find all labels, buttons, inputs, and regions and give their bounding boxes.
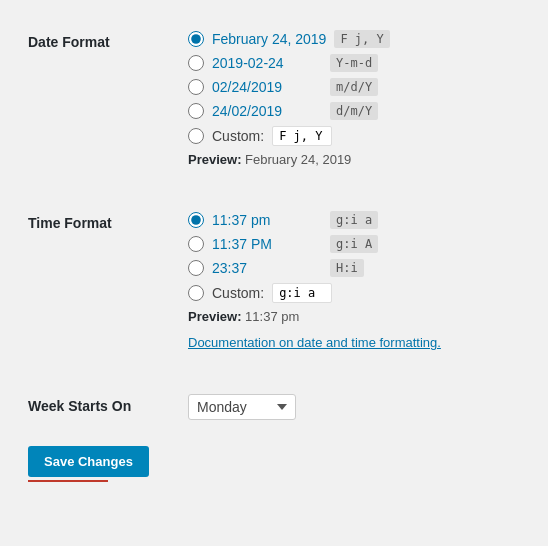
time-format-options: 11:37 pmg:i a11:37 PMg:i A23:37H:iCustom… [180, 201, 528, 360]
time-format-display-tf3[interactable]: 23:37 [212, 260, 322, 276]
date-format-radio-df1[interactable] [188, 31, 204, 47]
save-underline-decoration [28, 480, 108, 482]
save-changes-button[interactable]: Save Changes [28, 446, 149, 477]
time-format-option-tf3: 23:37H:i [188, 259, 520, 277]
week-starts-on-row: Week Starts On SundayMondayTuesdayWednes… [20, 384, 528, 430]
week-starts-on-control: SundayMondayTuesdayWednesdayThursdayFrid… [188, 394, 520, 420]
date-format-option-df1: February 24, 2019F j, Y [188, 30, 520, 48]
time-format-display-tf2[interactable]: 11:37 PM [212, 236, 322, 252]
date-format-custom-input[interactable] [272, 126, 332, 146]
date-format-display-df3[interactable]: 02/24/2019 [212, 79, 322, 95]
date-format-radio-df4[interactable] [188, 103, 204, 119]
time-format-option-tf2: 11:37 PMg:i A [188, 235, 520, 253]
date-format-preview: Preview: February 24, 2019 [188, 152, 520, 167]
doc-link[interactable]: Documentation on date and time formattin… [188, 335, 441, 350]
date-format-radio-df2[interactable] [188, 55, 204, 71]
time-format-radio-tf2[interactable] [188, 236, 204, 252]
date-format-code-df1: F j, Y [334, 30, 389, 48]
date-format-display-df1[interactable]: February 24, 2019 [212, 31, 326, 47]
time-format-code-tf3: H:i [330, 259, 364, 277]
date-format-option-df3: 02/24/2019m/d/Y [188, 78, 520, 96]
date-format-option-df4: 24/02/2019d/m/Y [188, 102, 520, 120]
date-format-display-df4[interactable]: 24/02/2019 [212, 103, 322, 119]
week-starts-on-select[interactable]: SundayMondayTuesdayWednesdayThursdayFrid… [188, 394, 296, 420]
time-format-custom-input[interactable] [272, 283, 332, 303]
date-format-options: February 24, 2019F j, Y2019-02-24Y-m-d02… [180, 20, 528, 177]
time-format-label: Time Format [20, 201, 180, 360]
date-format-display-df2[interactable]: 2019-02-24 [212, 55, 322, 71]
time-format-custom-radio[interactable] [188, 285, 204, 301]
time-format-preview: Preview: 11:37 pm [188, 309, 520, 324]
time-format-radio-group: 11:37 pmg:i a11:37 PMg:i A23:37H:iCustom… [188, 211, 520, 303]
date-format-code-df3: m/d/Y [330, 78, 378, 96]
time-format-custom-row: Custom: [188, 283, 520, 303]
date-format-custom-radio[interactable] [188, 128, 204, 144]
week-starts-on-label: Week Starts On [20, 384, 180, 430]
time-format-custom-label[interactable]: Custom: [212, 285, 264, 301]
date-format-radio-df3[interactable] [188, 79, 204, 95]
date-format-label: Date Format [20, 20, 180, 177]
time-format-row: Time Format 11:37 pmg:i a11:37 PMg:i A23… [20, 201, 528, 360]
time-format-display-tf1[interactable]: 11:37 pm [212, 212, 322, 228]
time-format-option-tf1: 11:37 pmg:i a [188, 211, 520, 229]
date-format-code-df2: Y-m-d [330, 54, 378, 72]
time-format-code-tf2: g:i A [330, 235, 378, 253]
date-format-custom-row: Custom: [188, 126, 520, 146]
time-format-radio-tf3[interactable] [188, 260, 204, 276]
date-format-custom-label[interactable]: Custom: [212, 128, 264, 144]
date-format-row: Date Format February 24, 2019F j, Y2019-… [20, 20, 528, 177]
time-format-code-tf1: g:i a [330, 211, 378, 229]
date-format-option-df2: 2019-02-24Y-m-d [188, 54, 520, 72]
time-format-radio-tf1[interactable] [188, 212, 204, 228]
date-format-radio-group: February 24, 2019F j, Y2019-02-24Y-m-d02… [188, 30, 520, 146]
date-format-code-df4: d/m/Y [330, 102, 378, 120]
settings-table: Date Format February 24, 2019F j, Y2019-… [20, 20, 528, 430]
